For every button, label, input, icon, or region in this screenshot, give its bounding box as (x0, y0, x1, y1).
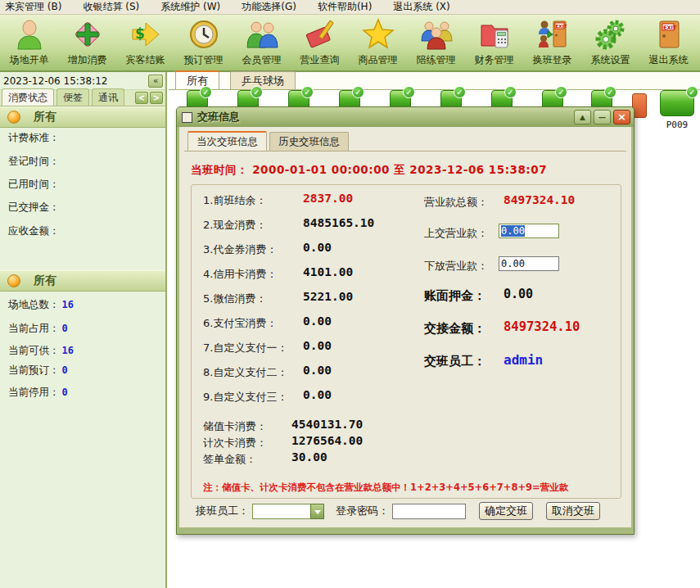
scroll-left-icon[interactable]: < (135, 92, 148, 104)
password-input[interactable] (392, 504, 466, 519)
dialog-title-bar[interactable]: 交班信息 ▲ — × (177, 107, 634, 127)
minimize-icon[interactable]: — (594, 110, 611, 124)
app-window: 来宾管理 (B) 收银结算 (S) 系统维护 (W) 功能选择(G) 软件帮助(… (0, 0, 700, 588)
row-count-card: 计次卡消费：1276564.00 (203, 436, 267, 450)
add-consumption-icon (70, 16, 106, 52)
row-signed-bill: 签单金额：30.00 (203, 452, 256, 467)
check-icon: ✓ (301, 86, 314, 98)
dialog-footer: 接班员工： 登录密码： 确定交班 取消交班 (184, 500, 626, 522)
cancel-shift-button[interactable]: 取消交班 (546, 502, 600, 520)
venue-open-icon (11, 16, 47, 52)
menu-guest-management[interactable]: 来宾管理 (B) (5, 0, 61, 14)
stat-value: 0 (62, 364, 68, 376)
row-value: 0.00 (303, 314, 332, 328)
chevron-down-icon[interactable] (310, 504, 324, 519)
toolbar-label: 换班登录 (533, 53, 572, 67)
stat-label: 场地总数： (8, 298, 60, 310)
status-timestamp-row: 2023-12-06 15:38:12 « (0, 72, 165, 90)
sidebar-tab-notes[interactable]: 便签 (56, 88, 89, 106)
sidebar: 2023-12-06 15:38:12 « 消费状态 便签 通讯 < > 所有 … (0, 72, 167, 588)
stat-available: 当前可供：16 (8, 344, 74, 359)
settings-gear-icon (593, 16, 629, 52)
shift-time-label: 当班时间： (191, 163, 248, 176)
row-label: 签单金额： (203, 453, 256, 465)
stat-label: 当前可供： (8, 344, 60, 356)
stat-value: 0 (62, 323, 68, 334)
row-label: 储值卡消费： (203, 420, 267, 432)
stat-occupied: 当前占用：0 (8, 322, 68, 337)
row-value: 0.00 (303, 388, 332, 401)
stat-label: 当前停用： (8, 386, 60, 398)
row-handover-amount: 交接金额： 8497324.10 (424, 321, 485, 337)
dialog-body: 当次交班信息 历史交班信息 当班时间： 2000-01-01 00:00:00 … (179, 127, 631, 527)
toolbar-venue-open[interactable]: 场地开单 (0, 15, 58, 70)
maximize-icon[interactable]: ▲ (574, 110, 591, 124)
row-stored-card: 储值卡消费：4540131.70 (203, 419, 267, 434)
field-paid-deposit: 已交押金： (8, 201, 60, 215)
table-green-icon: ✓ (660, 90, 694, 116)
turn-in-input[interactable]: 0.00 (499, 224, 559, 238)
toolbar-guest-checkout[interactable]: $ 宾客结账 (116, 15, 174, 70)
sidebar-tab-consumption-status[interactable]: 消费状态 (2, 88, 54, 106)
dialog-tabs: 当次交班信息 历史交班信息 (184, 133, 626, 152)
row-label: 下放营业款： (424, 260, 488, 272)
shift-time-line: 当班时间： 2000-01-01 00:00:00 至 2023-12-06 1… (191, 163, 547, 178)
row-label: 账面押金： (424, 288, 485, 303)
stat-label: 当前预订： (8, 364, 60, 376)
svg-text:EXIT: EXIT (555, 24, 567, 29)
sidebar-collapse-button[interactable]: « (148, 75, 163, 88)
scroll-right-icon[interactable]: > (150, 92, 163, 104)
check-icon: ✓ (200, 86, 212, 98)
toolbar-settings[interactable]: 系统设置 (581, 15, 639, 70)
toolbar-label: 预订管理 (184, 53, 224, 67)
panel-header-billing[interactable]: 所有 (0, 106, 165, 128)
shift-summary-groupbox: 1.前班结余：2837.00 2.现金消费：8485165.10 3.代金券消费… (191, 184, 621, 499)
sidebar-tab-messages[interactable]: 通讯 (92, 88, 124, 106)
toolbar-shift-login[interactable]: EXIT 换班登录 (523, 15, 581, 70)
toolbar-trainers[interactable]: 陪练管理 (407, 15, 465, 70)
confirm-shift-button[interactable]: 确定交班 (479, 502, 533, 520)
menu-exit-system[interactable]: 退出系统 (X) (393, 0, 449, 14)
menu-software-help[interactable]: 软件帮助(H) (318, 0, 372, 14)
hand-down-input[interactable]: 0.00 (499, 256, 559, 271)
row-turn-in: 上交营业款： 0.00 (424, 226, 488, 242)
svg-text:EXIT: EXIT (663, 25, 677, 31)
table-card-p009[interactable]: ✓ P009 (657, 90, 698, 130)
close-icon[interactable]: × (613, 110, 630, 124)
toolbar-booking[interactable]: 预订管理 (174, 15, 233, 70)
dialog-icon (182, 112, 192, 123)
menu-function-select[interactable]: 功能选择(G) (242, 0, 296, 14)
toolbar-label: 会员管理 (242, 53, 282, 67)
menu-cashier-settlement[interactable]: 收银结算 (S) (83, 0, 139, 14)
panel-header-stats[interactable]: 所有 (0, 270, 165, 292)
venue-tabs: 所有 乒乓球场 (169, 72, 700, 90)
tab-current-shift-info[interactable]: 当次交班信息 (187, 131, 267, 151)
toolbar-add-consumption[interactable]: 增加消费 (58, 15, 116, 70)
toolbar-label: 财务管理 (475, 53, 514, 67)
row-cash: 2.现金消费：8485165.10 (203, 218, 266, 233)
row-value: 4101.00 (303, 265, 353, 278)
toolbar-members[interactable]: 会员管理 (233, 15, 291, 70)
row-custom-pay-2: 8.自定义支付二：0.00 (203, 365, 287, 380)
taker-select[interactable] (252, 504, 324, 519)
toolbar-goods[interactable]: 商品管理 (349, 15, 407, 70)
venue-tab-pingpong[interactable]: 乒乓球场 (230, 71, 296, 89)
trainers-icon (418, 16, 454, 52)
row-wechat: 5.微信消费：5221.00 (203, 292, 266, 306)
toolbar-exit-system[interactable]: EXIT 退出系统 (639, 15, 698, 70)
check-icon: ✓ (352, 86, 364, 98)
note-text: 注：储值卡、计次卡消费不包含在营业款总额中！1+2+3+4+5+6+7+8+9=… (203, 482, 568, 494)
toolbar-label: 场地开单 (10, 53, 49, 67)
field-amount-due: 应收金额： (8, 224, 60, 239)
check-icon: ✓ (604, 86, 616, 98)
menu-system-maintenance[interactable]: 系统维护 (W) (160, 0, 220, 14)
toolbar-business-query[interactable]: 营业查询 (291, 15, 349, 70)
venue-tab-all[interactable]: 所有 (175, 70, 219, 89)
row-alipay: 6.支付宝消费：0.00 (203, 316, 277, 331)
toolbar-finance[interactable]: 财务管理 (465, 15, 523, 70)
tab-history-shift-info[interactable]: 历史交班信息 (269, 132, 349, 151)
exit-door-icon: EXIT (651, 16, 687, 52)
toolbar-label: 营业查询 (300, 53, 340, 67)
row-value: 1276564.00 (291, 434, 363, 447)
table-card-label: P009 (657, 120, 698, 130)
